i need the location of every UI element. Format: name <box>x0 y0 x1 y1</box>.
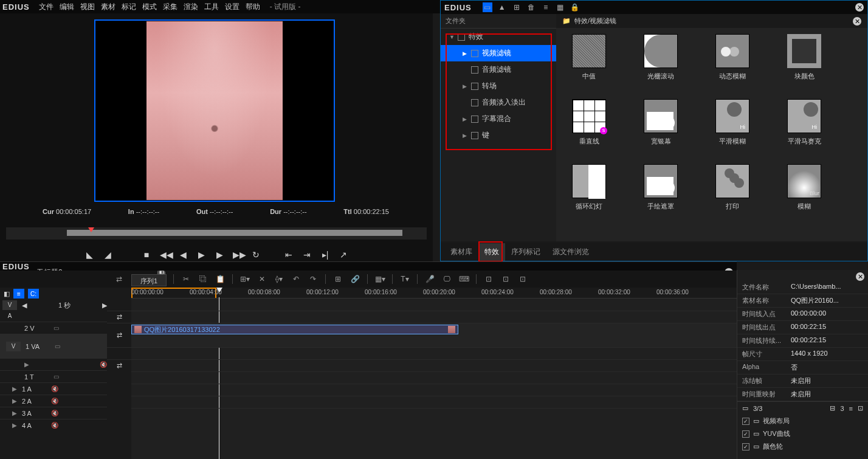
check-yuv-curve[interactable]: ✓▭YUV曲线 <box>737 427 868 440</box>
track-3a[interactable]: ▶3 A🔇 <box>0 407 107 419</box>
tree-transitions[interactable]: ▶转场 <box>441 78 556 94</box>
play-icon[interactable]: ▶ <box>196 250 206 260</box>
stop-icon[interactable]: ■ <box>142 250 151 260</box>
zoom-next-icon[interactable]: ▶ <box>102 302 107 309</box>
mark-in-icon[interactable]: ⇤ <box>284 250 294 260</box>
list2-icon[interactable]: ≡ <box>849 405 853 412</box>
tree-audio-filters[interactable]: 音频滤镜 <box>441 61 556 78</box>
fx-block-color[interactable]: 块颜色 <box>779 34 830 81</box>
delete-icon[interactable]: 🗑 <box>526 2 536 12</box>
loop-icon[interactable]: ↻ <box>251 250 261 260</box>
mic-icon[interactable]: 🎤 <box>425 275 435 283</box>
track-1a[interactable]: ▶1 A🔇 <box>0 382 107 395</box>
folder-icon[interactable]: ▭ <box>483 2 492 12</box>
menu-file[interactable]: 文件 <box>36 2 57 12</box>
menu-edit[interactable]: 编辑 <box>57 2 77 12</box>
fx-vertical-line[interactable]: 垂直线 <box>563 99 615 146</box>
scrub-bar[interactable] <box>6 227 427 240</box>
set-out-icon[interactable]: ◢ <box>103 250 112 260</box>
track-4a[interactable]: ▶4 A🔇 <box>0 419 107 431</box>
undo-icon[interactable]: ↶ <box>291 275 301 283</box>
tree-title-mix[interactable]: ▶字幕混合 <box>441 111 556 127</box>
tree-video-filters[interactable]: ▶视频滤镜 <box>441 45 556 61</box>
timeline-ruler[interactable]: 00:00:00:00 00:00:04:00 00:00:08:00 00:0… <box>131 288 737 299</box>
layers-icon[interactable]: ▭ <box>742 404 748 412</box>
menu-render[interactable]: 渲染 <box>181 2 201 12</box>
more-icon[interactable]: ⊡ <box>858 404 863 412</box>
group-icon[interactable]: ⊞ <box>333 275 343 283</box>
fx-hand-mask[interactable]: 手绘遮罩 <box>635 164 686 211</box>
timeline-playhead[interactable] <box>216 288 222 292</box>
track-2v[interactable]: 2 V▭ <box>0 322 107 334</box>
link-icon[interactable]: 🔗 <box>350 275 360 283</box>
cut-icon[interactable]: ✂ <box>181 275 191 283</box>
folder-new-icon[interactable]: ⊞ <box>512 2 522 12</box>
menu-capture[interactable]: 采集 <box>160 2 181 12</box>
tree-audio-fade[interactable]: 音频淡入淡出 <box>441 94 556 111</box>
check-video-layout[interactable]: ✓▭视频布局 <box>737 415 868 427</box>
export-icon[interactable]: ↗ <box>339 250 348 260</box>
timeline-clip[interactable]: QQ图片20160317133022 <box>131 325 458 334</box>
paste-icon[interactable]: 📋 <box>215 275 225 283</box>
menu-view[interactable]: 视图 <box>77 2 98 12</box>
props-close-icon[interactable]: ✕ <box>856 272 864 281</box>
fx-print[interactable]: 打印 <box>707 164 758 211</box>
tab-seq-markers[interactable]: 序列标记 <box>505 243 546 261</box>
scrub-playhead[interactable] <box>88 227 94 232</box>
title-icon[interactable]: T▾ <box>400 275 410 283</box>
fx-smooth-mosaic[interactable]: 平滑马赛克 <box>779 99 830 146</box>
mark-out-icon[interactable]: ⇥ <box>302 250 312 260</box>
grid-icon[interactable]: ▦ <box>556 2 565 12</box>
check-color-wheel[interactable]: ✓▭颜色轮 <box>737 440 868 453</box>
fx-motion-blur[interactable]: 动态模糊 <box>707 34 758 81</box>
keyboard-icon[interactable]: ⌨ <box>459 275 469 283</box>
rewind-icon[interactable]: ◀◀ <box>160 250 170 260</box>
fx-blur[interactable]: 模糊 <box>779 164 830 211</box>
export2-icon[interactable]: ⊡ <box>501 275 511 283</box>
up-icon[interactable]: ▲ <box>497 2 507 12</box>
preview-viewport[interactable] <box>94 19 335 202</box>
fx-widescreen[interactable]: 宽银幕 <box>635 99 686 146</box>
mode-e-icon[interactable]: ≡ <box>13 289 24 299</box>
track-2a[interactable]: ▶2 A🔇 <box>0 395 107 407</box>
list-icon[interactable]: ≡ <box>541 2 551 12</box>
set-in-icon[interactable]: ◣ <box>84 250 94 260</box>
export3-icon[interactable]: ⊡ <box>518 275 528 283</box>
fx-raster[interactable]: 光栅滚动 <box>635 34 686 81</box>
track-1t[interactable]: 1 T▭ <box>0 370 107 382</box>
goto-icon[interactable]: ▸| <box>320 250 330 260</box>
monitor-icon[interactable]: 🖵 <box>442 275 452 283</box>
fx-smooth-blur[interactable]: 平滑模糊 <box>707 99 758 146</box>
fforward-icon[interactable]: ▶▶ <box>233 250 243 260</box>
lock-icon[interactable]: 🔒 <box>570 2 580 12</box>
track-1va[interactable]: V1 VA▭ <box>0 334 107 358</box>
paste-insert-icon[interactable]: ⊞▾ <box>240 275 250 283</box>
zoom-level[interactable]: 1 秒 <box>27 301 102 310</box>
stack-icon[interactable]: ⊟ <box>830 404 835 412</box>
tab-library[interactable]: 素材库 <box>444 243 478 261</box>
menu-mode[interactable]: 模式 <box>139 2 160 12</box>
redo-icon[interactable]: ↷ <box>308 275 318 283</box>
v-patch[interactable]: V <box>2 300 17 310</box>
menu-clip[interactable]: 素材 <box>98 2 119 12</box>
timeline-canvas[interactable]: 序列1 00:00:00:00 00:00:04:00 00:00:08:00 … <box>131 288 737 459</box>
menu-marker[interactable]: 标记 <box>119 2 139 12</box>
snap-icon[interactable]: ◧ <box>4 290 10 298</box>
tool-switch-icon[interactable]: ⇄ <box>114 275 124 283</box>
fx-slideshow[interactable]: 循环幻灯 <box>563 164 615 211</box>
sequence-tab[interactable]: 序列1 <box>131 274 167 286</box>
mode-c-icon[interactable]: C: <box>28 289 39 299</box>
tree-root-effects[interactable]: ▼特效 <box>441 29 556 45</box>
menu-help[interactable]: 帮助 <box>243 2 263 12</box>
menu-settings[interactable]: 设置 <box>222 2 243 12</box>
split-icon[interactable]: ⟠▾ <box>274 275 284 283</box>
menu-tools[interactable]: 工具 <box>201 2 222 12</box>
fx-median[interactable]: 中值 <box>563 34 615 81</box>
tab-source-browse[interactable]: 源文件浏览 <box>546 243 595 261</box>
prev-frame-icon[interactable]: ◀ <box>178 250 188 260</box>
crumb-close-icon[interactable]: ✕ <box>853 17 861 26</box>
ripple-delete-icon[interactable]: ✕ <box>257 275 267 283</box>
tree-keys[interactable]: ▶键 <box>441 127 556 143</box>
tab-effects[interactable]: 特效 <box>478 243 505 261</box>
zoom-prev-icon[interactable]: ◀ <box>22 302 27 309</box>
